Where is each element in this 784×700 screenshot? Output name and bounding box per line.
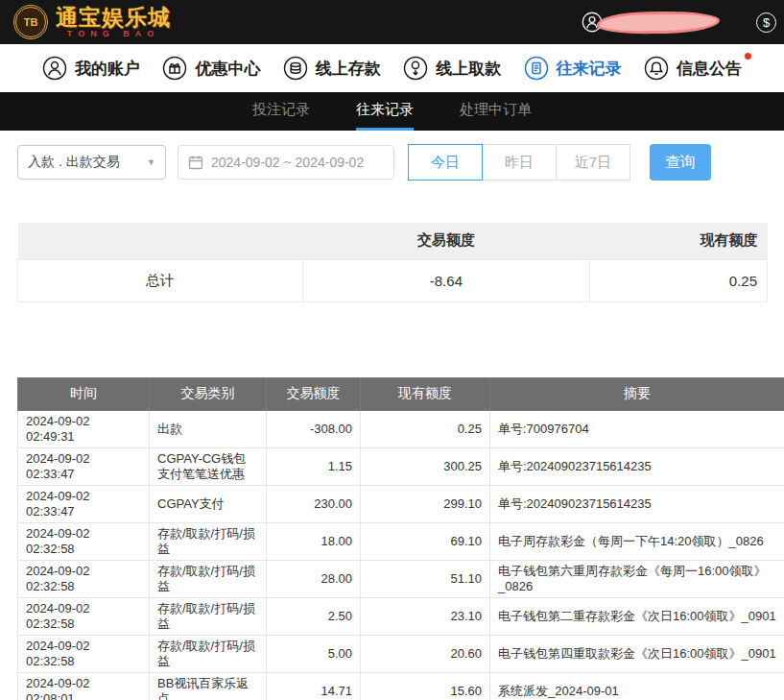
cell-time: 2024-09-02 02:32:58 — [18, 597, 150, 635]
cell-type: CGPAY支付 — [150, 485, 267, 522]
cell-balance: 20.60 — [361, 635, 490, 672]
cell-time: 2024-09-02 02:32:58 — [18, 635, 150, 672]
nav-label: 线上取款 — [436, 58, 501, 80]
tab-processing-orders[interactable]: 处理中订单 — [460, 92, 532, 131]
last7days-button[interactable]: 近7日 — [556, 144, 630, 181]
cell-summary: 系统派发_2024-09-01 — [490, 672, 784, 700]
balance-currency-icon[interactable]: $ — [756, 12, 776, 33]
header-type: 交易类别 — [150, 377, 267, 410]
cell-balance: 69.10 — [361, 522, 490, 560]
nav-label: 信息公告 — [677, 58, 742, 80]
cell-type: 存款/取款/打码/损益 — [150, 597, 267, 635]
cell-summary: 电子周存款彩金（每周一下午14:20领取）_0826 — [490, 522, 784, 560]
header-time: 时间 — [18, 377, 150, 410]
cell-amount: 5.00 — [267, 635, 361, 672]
table-header-row: 时间 交易类别 交易额度 现有额度 摘要 — [18, 377, 784, 410]
cell-time: 2024-09-02 02:33:47 — [18, 485, 150, 522]
tab-betting-records[interactable]: 投注记录 — [252, 92, 310, 131]
cell-type: 存款/取款/打码/损益 — [150, 560, 267, 597]
cell-type: 存款/取款/打码/损益 — [150, 635, 267, 672]
cell-time: 2024-09-02 02:33:47 — [18, 447, 150, 485]
cell-balance: 15.60 — [361, 672, 490, 700]
cell-amount: 230.00 — [267, 485, 361, 522]
cell-balance: 23.10 — [361, 597, 490, 635]
table-row: 2024-09-02 02:32:58 存款/取款/打码/损益 2.50 23.… — [18, 597, 784, 635]
table-row: 2024-09-02 02:32:58 存款/取款/打码/损益 28.00 51… — [18, 560, 784, 597]
transaction-type-select[interactable]: 入款 . 出款交易 ▼ — [17, 145, 166, 180]
brand-chip-icon: TB — [13, 5, 48, 39]
cell-balance: 0.25 — [361, 410, 490, 447]
table-row: 2024-09-02 02:32:58 存款/取款/打码/损益 5.00 20.… — [18, 635, 784, 672]
search-button[interactable]: 查询 — [650, 144, 711, 181]
yesterday-button[interactable]: 昨日 — [482, 144, 557, 181]
nav-item-deposit[interactable]: 线上存款 — [283, 56, 381, 81]
today-button[interactable]: 今日 — [408, 144, 483, 181]
cell-amount: 2.50 — [267, 597, 361, 635]
cell-amount: 14.71 — [267, 672, 361, 700]
summary-total-balance: 0.25 — [590, 259, 768, 302]
cell-balance: 299.10 — [361, 485, 490, 522]
summary-col-amount: 交易额度 — [302, 223, 590, 259]
cell-time: 2024-09-02 02:32:58 — [18, 522, 150, 560]
cell-amount: 1.15 — [267, 447, 361, 485]
header-amount: 交易额度 — [267, 377, 361, 410]
cell-type: BB视讯百家乐返点 — [150, 672, 267, 700]
table-row: 2024-09-02 02:32:58 存款/取款/打码/损益 18.00 69… — [18, 522, 784, 560]
select-value: 入款 . 出款交易 — [28, 154, 120, 171]
deposit-coins-icon — [283, 56, 308, 81]
summary-header-row: 交易额度 现有额度 — [18, 223, 768, 259]
brand-logo: 通宝娱乐城 TONG BAO — [56, 6, 171, 38]
tab-transaction-records[interactable]: 往来记录 — [356, 92, 414, 131]
gift-icon — [162, 56, 187, 81]
header-summary: 摘要 — [490, 377, 784, 410]
nav-label: 线上存款 — [316, 58, 381, 80]
cell-type: CGPAY-CG钱包支付笔笔送优惠 — [150, 447, 267, 485]
notification-dot — [745, 53, 751, 60]
cell-amount: -308.00 — [267, 410, 361, 447]
cell-type: 出款 — [150, 410, 267, 447]
nav-label: 优惠中心 — [195, 58, 260, 80]
chevron-down-icon: ▼ — [147, 157, 155, 167]
nav-item-announcements[interactable]: 信息公告 — [644, 56, 742, 81]
cell-time: 2024-09-02 02:49:31 — [18, 410, 150, 447]
summary-section: 交易额度 现有额度 总计 -8.64 0.25 — [17, 223, 768, 302]
header-balance: 现有额度 — [361, 377, 490, 410]
filter-bar: 入款 . 出款交易 ▼ 2024-09-02 ~ 2024-09-02 今日 昨… — [0, 131, 784, 181]
date-range-value: 2024-09-02 ~ 2024-09-02 — [211, 155, 364, 170]
cell-summary: 单号:202409023715614235 — [490, 485, 784, 522]
cell-summary: 单号:202409023715614235 — [490, 447, 784, 485]
table-row: 2024-09-02 02:33:47 CGPAY-CG钱包支付笔笔送优惠 1.… — [18, 447, 784, 485]
records-icon — [524, 56, 549, 81]
transactions-table: 时间 交易类别 交易额度 现有额度 摘要 2024-09-02 02:49:31… — [17, 377, 784, 700]
summary-col-balance: 现有额度 — [590, 223, 768, 259]
nav-item-withdraw[interactable]: 线上取款 — [403, 56, 501, 81]
nav-item-my-account[interactable]: 我的账户 — [42, 56, 140, 81]
sub-nav: 投注记录 往来记录 处理中订单 — [0, 92, 784, 131]
topbar-right: $ — [582, 0, 776, 44]
table-row: 2024-09-02 02:49:31 出款 -308.00 0.25 单号:7… — [18, 410, 784, 447]
withdraw-coin-icon — [403, 56, 428, 81]
cell-time: 2024-09-02 02:32:58 — [18, 560, 150, 597]
cell-time: 2024-09-02 02:08:01 — [18, 672, 150, 700]
summary-total-amount: -8.64 — [302, 259, 590, 302]
cell-type: 存款/取款/打码/损益 — [150, 522, 267, 560]
cell-amount: 18.00 — [267, 522, 361, 560]
table-row: 2024-09-02 02:08:01 BB视讯百家乐返点 14.71 15.6… — [18, 672, 784, 700]
cell-balance: 300.25 — [361, 447, 490, 485]
cell-summary: 单号:700976704 — [490, 410, 784, 447]
account-icon — [42, 56, 67, 81]
cell-summary: 电子钱包第四重取款彩金《次日16:00领取》_0901 — [490, 635, 784, 672]
quick-range-group: 今日 昨日 近7日 — [408, 144, 630, 181]
cell-summary: 电子钱包第二重存款彩金《次日16:00领取》_0901 — [490, 597, 784, 635]
date-range-input[interactable]: 2024-09-02 ~ 2024-09-02 — [178, 145, 394, 180]
brand-title: 通宝娱乐城 — [56, 6, 171, 29]
main-nav: 我的账户 优惠中心 线上存款 线上取款 — [0, 44, 784, 92]
nav-item-promotions[interactable]: 优惠中心 — [162, 56, 260, 81]
cell-summary: 电子钱包第六重周存款彩金《每周一16:00领取》_0826 — [490, 560, 784, 597]
brand-subtitle: TONG BAO — [56, 29, 171, 38]
redacted-username — [597, 10, 720, 34]
summary-total-label: 总计 — [18, 259, 303, 302]
nav-label: 我的账户 — [75, 58, 140, 80]
nav-label: 往来记录 — [557, 58, 622, 80]
nav-item-transaction-records[interactable]: 往来记录 — [524, 56, 622, 81]
